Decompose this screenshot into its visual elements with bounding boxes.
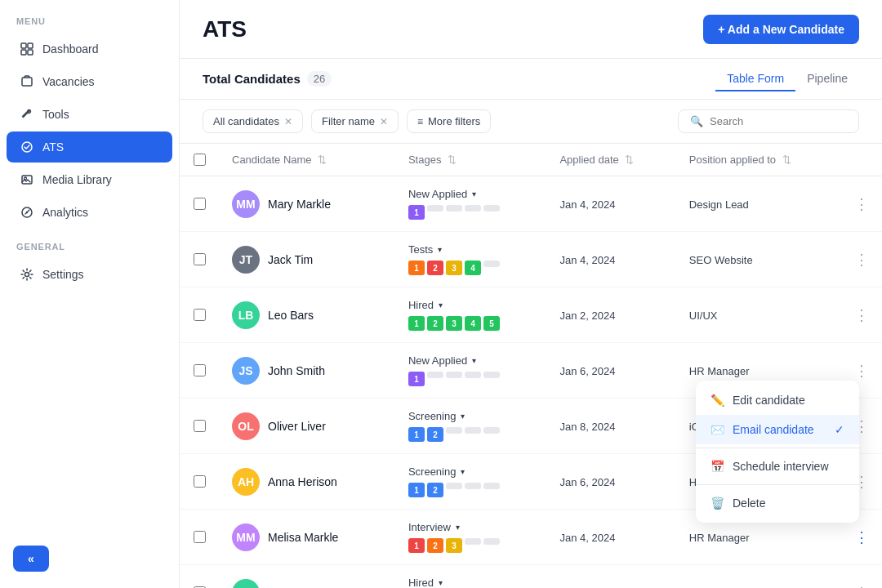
table-row: MM Mary Markle New Applied ▾ 1 Jan 4, 20…: [180, 176, 882, 232]
stage-label[interactable]: Hired ▾: [408, 299, 534, 311]
stage-cell: New Applied ▾ 1: [408, 354, 534, 386]
stage-dots: 1234: [408, 261, 534, 275]
sidebar-item-label: Analytics: [42, 206, 88, 219]
svg-point-9: [26, 212, 28, 213]
stage-dots: 123: [408, 538, 534, 553]
sidebar-collapse-button[interactable]: «: [13, 546, 49, 572]
context-menu-schedule[interactable]: 📅 Schedule interview: [696, 452, 859, 481]
row-action-menu[interactable]: ⋮: [854, 585, 869, 589]
stage-label[interactable]: Tests ▾: [408, 243, 534, 256]
sidebar-item-tools[interactable]: Tools: [7, 99, 172, 130]
filter-chip-all-candidates[interactable]: All candidates ✕: [203, 109, 303, 133]
sidebar-item-vacancies[interactable]: Vacancies: [7, 66, 172, 97]
applied-date: Jan 4, 2024: [559, 254, 615, 266]
row-checkbox[interactable]: [194, 253, 206, 265]
chevron-down-icon: ▾: [472, 189, 476, 198]
stage-label[interactable]: Screening ▾: [408, 466, 534, 478]
select-all-header: [180, 144, 219, 176]
stage-dots: 12: [408, 483, 534, 497]
add-candidate-button[interactable]: + Add a New Candidate: [703, 15, 859, 44]
stage-label[interactable]: Interview ▾: [408, 521, 534, 533]
page-title: ATS: [203, 16, 247, 42]
context-menu-delete[interactable]: 🗑️ Delete: [696, 488, 859, 518]
filter-chip-filter-name[interactable]: Filter name ✕: [311, 109, 399, 133]
tools-icon: [20, 107, 34, 122]
row-checkbox[interactable]: [194, 309, 206, 321]
row-action-menu[interactable]: ⋮: [854, 363, 869, 379]
tab-pipeline[interactable]: Pipeline: [795, 67, 859, 91]
stage-dot-filled: 2: [427, 427, 443, 442]
stage-dot-empty: [483, 538, 500, 545]
row-checkbox[interactable]: [194, 531, 206, 543]
stage-label[interactable]: Screening ▾: [408, 410, 534, 422]
stage-dot-filled: 4: [465, 261, 481, 275]
sidebar-item-label: Media Library: [42, 173, 112, 186]
stage-dot-empty: [483, 372, 500, 378]
table-row: LB Leo Bars Hired ▾ 12345 Jan 2, 2024UI/…: [180, 287, 882, 343]
trash-icon: 🗑️: [710, 497, 724, 510]
chevron-down-icon: ▾: [472, 356, 476, 365]
avatar: OL: [232, 412, 260, 440]
select-all-checkbox[interactable]: [194, 154, 206, 166]
sidebar-item-media-library[interactable]: Media Library: [7, 164, 172, 195]
sidebar-item-dashboard[interactable]: Dashboard: [7, 33, 172, 65]
avatar: LB: [232, 301, 260, 329]
stage-dot-filled: 1: [408, 427, 425, 442]
context-menu-email[interactable]: ✉️ Email candidate ✓: [696, 415, 859, 444]
stage-dot-empty: [483, 205, 500, 212]
stage-label[interactable]: New Applied ▾: [408, 354, 534, 367]
search-box[interactable]: 🔍: [678, 109, 859, 133]
row-checkbox[interactable]: [194, 475, 206, 488]
avatar: TM: [232, 579, 260, 589]
position-applied: UI/UX: [689, 310, 718, 322]
sidebar-item-label: Dashboard: [42, 42, 99, 56]
row-action-menu[interactable]: ⋮: [854, 252, 869, 268]
stage-dot-filled: 1: [408, 261, 425, 275]
candidate-name: John Smith: [268, 364, 325, 377]
main-content: ATS + Add a New Candidate Total Candidat…: [180, 0, 882, 588]
stage-cell: Tests ▾ 1234: [408, 243, 534, 275]
candidate-name: Oliver Liver: [268, 420, 326, 433]
sidebar-item-settings[interactable]: Settings: [7, 259, 172, 290]
column-stages[interactable]: Stages ⇅: [395, 144, 547, 176]
candidate-cell: AH Anna Herison: [232, 468, 382, 496]
candidate-name: Anna Herison: [268, 475, 337, 488]
column-applied-date[interactable]: Applied date ⇅: [546, 144, 675, 176]
filter-chip-remove[interactable]: ✕: [284, 116, 292, 127]
context-menu-edit[interactable]: ✏️ Edit candidate: [696, 385, 859, 415]
stage-cell: New Applied ▾ 1: [408, 188, 534, 220]
stage-dot-filled: 3: [446, 261, 462, 275]
row-action-menu[interactable]: ⋮: [854, 529, 869, 546]
svg-rect-1: [28, 43, 33, 48]
candidate-cell: TM Tom Markle: [232, 579, 382, 589]
row-checkbox[interactable]: [194, 364, 206, 376]
filter-chip-remove[interactable]: ✕: [380, 116, 388, 127]
stage-dot-filled: 2: [427, 538, 443, 553]
avatar: MM: [232, 190, 260, 218]
stage-label[interactable]: Hired ▾: [408, 577, 534, 588]
column-candidate-name[interactable]: Candidate Name ⇅: [219, 144, 395, 176]
stage-label[interactable]: New Applied ▾: [408, 188, 534, 200]
stage-dot-empty: [427, 205, 443, 212]
row-checkbox[interactable]: [194, 198, 206, 210]
analytics-icon: [20, 205, 34, 220]
total-candidates: Total Candidates 26: [203, 71, 332, 87]
stage-dot-filled: 1: [408, 372, 425, 386]
row-checkbox[interactable]: [194, 420, 206, 432]
avatar: AH: [232, 468, 260, 496]
column-position[interactable]: Position applied to ⇅: [676, 144, 841, 176]
stage-dot-filled: 1: [408, 205, 425, 220]
applied-date: Jan 8, 2024: [559, 421, 615, 433]
row-action-menu[interactable]: ⋮: [854, 196, 869, 212]
search-input[interactable]: [710, 115, 847, 127]
tab-table-form[interactable]: Table Form: [715, 67, 795, 91]
stage-cell: Hired ▾ 12345: [408, 299, 534, 331]
stage-dot-empty: [483, 483, 500, 489]
sidebar-item-ats[interactable]: ATS: [7, 131, 172, 163]
more-filters-button[interactable]: ≡ More filters: [407, 109, 491, 133]
row-action-menu[interactable]: ⋮: [854, 307, 869, 323]
sidebar-item-analytics[interactable]: Analytics: [7, 197, 172, 228]
stage-dot-filled: 4: [465, 316, 481, 331]
sidebar-item-label: Vacancies: [42, 75, 95, 88]
position-applied: HR Manager: [689, 365, 750, 377]
